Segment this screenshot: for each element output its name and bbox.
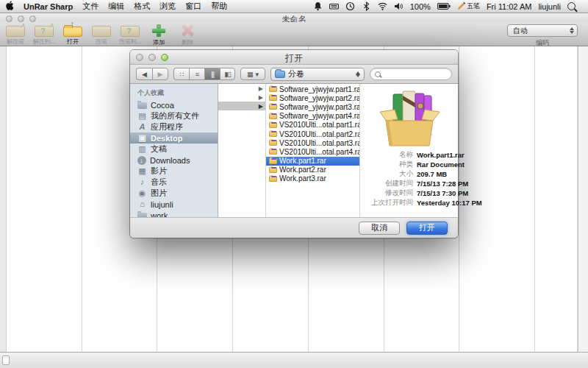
file-list-column: Software_yjwyjw.part1.rar Software_yjwyj… [266,84,360,217]
file-row[interactable]: VS2010Ulti...otal.part4.rar [266,147,359,156]
search-input[interactable] [384,70,447,79]
dialog-title-bar[interactable]: 打开 [130,50,458,65]
cancel-button[interactable]: 取消 [359,222,400,235]
desktop-screen: UnRar Sharp 文件编辑格式浏览窗口帮助 100% 五笔 Fri 11:… [0,0,588,368]
toolbar-button[interactable]: 压缩 [89,24,114,46]
menu-bar-clock[interactable]: Fri 11:02 AM [487,2,532,11]
status-bar [0,352,588,368]
sidebar-item-icon [137,145,147,153]
metadata-label: 大小 [360,169,413,179]
parent-folder-row[interactable]: ▶ [218,102,265,110]
toolbar-button[interactable]: 压缩到... [118,24,143,46]
file-row[interactable]: Software_yjwyjw.part3.rar [266,102,359,111]
sidebar-item[interactable]: Downloads [130,155,218,166]
toolbar-button[interactable]: 打开 [60,24,85,46]
menu-item[interactable]: 窗口 [185,1,201,12]
file-name: Work.part2.rar [279,166,326,174]
column-view-button[interactable]: ||| [204,68,220,80]
forward-button[interactable]: ▶ [152,68,168,80]
file-row[interactable]: VS2010Ulti...otal.part2.rar [266,130,359,138]
sidebar-item-label: 我的所有文件 [151,110,199,121]
toolbar-button-icon [63,26,82,37]
browser-column[interactable] [7,46,82,352]
vertical-scrollbar[interactable] [578,46,588,352]
sidebar-item-label: 影片 [151,166,167,177]
file-row[interactable]: Software_yjwyjw.part4.rar [266,112,359,121]
sidebar-item[interactable]: Desktop [130,132,218,144]
open-button[interactable]: 打开 [406,222,448,235]
file-name: VS2010Ulti...otal.part3.rar [279,139,360,147]
rar-archive-icon [269,104,277,110]
location-label: 分卷 [288,68,304,79]
arrange-menu-button[interactable]: ▦▾ [240,68,265,80]
keyboard-icon[interactable] [329,1,339,11]
dialog-body: 个人收藏 Cocoa 我的所有文件 [130,84,458,217]
parent-folder-row[interactable]: ▶ [218,84,265,93]
sidebar-item[interactable]: 应用程序 [130,121,218,132]
browser-column[interactable] [535,46,578,352]
sidebar-item[interactable]: 图片 [130,188,218,199]
parent-folder-row[interactable]: ▶ [218,93,265,102]
dialog-toolbar: ◀ ▶ ∷ ≡ ||| ▮▯ ▦▾ 分卷 [130,65,458,84]
sidebar-item[interactable]: work [130,210,218,217]
sidebar-item-label: 应用程序 [151,121,183,132]
rar-archive-icon [269,113,277,119]
toolbar-button[interactable]: 解压缩 [3,24,28,46]
file-row[interactable]: VS2010Ulti...otal.part1.rar [266,121,359,130]
encoding-control: 自动 编码 [507,24,578,48]
window-title-bar[interactable]: 未命名 [0,13,588,22]
icon-view-button[interactable]: ∷ [173,68,189,80]
search-icon [375,71,381,77]
file-row[interactable]: Software_yjwyjw.part2.rar [266,93,359,102]
spotlight-search-icon[interactable] [567,2,576,10]
sidebar-item[interactable]: 我的所有文件 [130,110,218,121]
coverflow-view-button[interactable]: ▮▯ [220,68,235,80]
file-name: Software_yjwyjw.part2.rar [279,94,360,102]
volume-icon[interactable] [394,1,404,11]
notifications-bell-icon[interactable] [313,1,323,11]
toolbar-button-icon [6,26,25,37]
fast-user-switch[interactable]: liujunli [538,2,561,11]
toolbar-button[interactable]: 删除 [175,24,200,46]
file-row[interactable]: Work.part1.rar [266,157,359,166]
bluetooth-icon[interactable] [362,1,371,11]
app-menu-title[interactable]: UnRar Sharp [24,2,73,11]
list-view-button[interactable]: ≡ [189,68,204,80]
apple-menu-icon[interactable] [6,1,14,12]
sidebar-item[interactable]: liujunli [130,199,218,210]
dialog-title: 打开 [130,52,458,65]
battery-icon[interactable] [437,2,451,10]
sidebar-item-label: Downloads [150,156,190,165]
toolbar-button[interactable]: 解压到... [32,24,57,46]
sidebar-item-label: liujunli [151,200,173,209]
file-row[interactable]: Software_yjwyjw.part1.rar [266,85,359,93]
dialog-sidebar: 个人收藏 Cocoa 我的所有文件 [130,84,218,217]
menu-item[interactable]: 帮助 [211,1,227,12]
sidebar-items: Cocoa 我的所有文件 应用程序 [130,99,218,217]
menu-item[interactable]: 浏览 [159,1,176,12]
file-row[interactable]: Work.part3.rar [266,174,359,183]
parent-folder-column: ▶ ▶ ▶ [218,84,266,217]
time-machine-icon[interactable] [345,1,355,11]
input-method-icon[interactable]: 五笔 [457,1,480,11]
menu-item[interactable]: 格式 [134,1,150,12]
toolbar-button-label: 压缩到... [119,38,142,46]
sidebar-item[interactable]: Cocoa [130,99,218,110]
disclosure-triangle-icon: ▶ [259,94,263,101]
sidebar-item[interactable]: 影片 [130,166,218,177]
sidebar-toggle-grip[interactable] [2,355,10,365]
sidebar-item[interactable]: 音乐 [130,177,218,188]
input-method-label: 五笔 [467,1,480,11]
menu-items: 文件编辑格式浏览窗口帮助 [82,1,227,12]
file-row[interactable]: VS2010Ulti...otal.part3.rar [266,138,359,147]
encoding-select[interactable]: 自动 [507,24,578,37]
menu-item[interactable]: 文件 [82,1,98,12]
search-field[interactable] [370,68,452,80]
wifi-icon[interactable] [378,1,387,11]
location-dropdown[interactable]: 分卷 [270,68,365,81]
file-row[interactable]: Work.part2.rar [266,166,359,174]
menu-item[interactable]: 编辑 [108,1,124,12]
back-button[interactable]: ◀ [136,68,152,80]
toolbar-button[interactable]: 添加 [146,24,171,46]
sidebar-item[interactable]: 文稿 [130,144,218,155]
